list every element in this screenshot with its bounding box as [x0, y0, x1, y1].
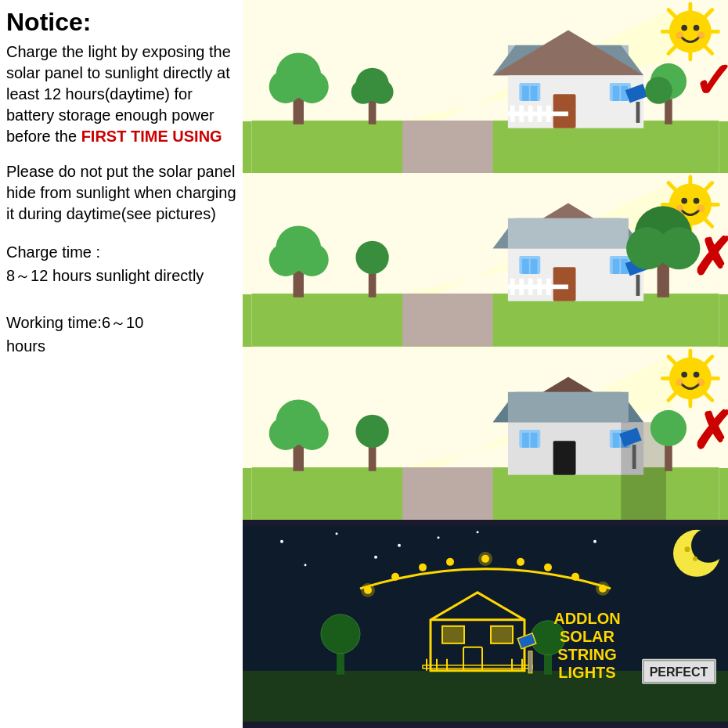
- svg-text:✗: ✗: [691, 402, 728, 460]
- svg-point-107: [669, 357, 712, 399]
- svg-text:✗: ✗: [691, 229, 728, 286]
- svg-rect-39: [528, 106, 533, 122]
- svg-point-142: [374, 556, 377, 559]
- svg-text:ADDLON: ADDLON: [553, 610, 621, 627]
- right-panel: ✓: [243, 0, 728, 728]
- svg-point-150: [391, 573, 399, 581]
- svg-point-46: [645, 77, 672, 104]
- svg-point-173: [321, 614, 360, 654]
- svg-point-68: [295, 243, 328, 276]
- svg-point-61: [681, 198, 687, 204]
- svg-point-109: [694, 372, 700, 378]
- svg-point-108: [681, 372, 687, 378]
- svg-rect-176: [528, 651, 532, 673]
- svg-rect-87: [546, 279, 551, 295]
- left-panel: Notice: Charge the light by exposing the…: [0, 0, 243, 728]
- charge-section: Charge time : 8～12 hours sunlight direct…: [6, 240, 236, 358]
- charge-title: Charge time :: [6, 243, 100, 261]
- svg-point-160: [596, 582, 610, 596]
- svg-text:STRING: STRING: [557, 646, 617, 663]
- svg-rect-42: [636, 102, 640, 123]
- svg-rect-83: [510, 279, 515, 295]
- svg-point-62: [694, 198, 700, 204]
- svg-rect-163: [442, 626, 464, 643]
- svg-text:✓: ✓: [693, 53, 728, 108]
- svg-point-139: [398, 544, 401, 547]
- svg-point-12: [669, 10, 712, 52]
- svg-point-159: [478, 552, 492, 566]
- hours-label: hours: [6, 337, 45, 355]
- svg-marker-74: [508, 218, 629, 249]
- svg-point-70: [355, 241, 388, 274]
- svg-rect-34: [613, 86, 620, 101]
- svg-point-143: [438, 537, 440, 539]
- svg-point-154: [517, 558, 524, 566]
- svg-point-110: [676, 378, 684, 386]
- charge-time: 8～12 hours sunlight directly: [6, 267, 204, 284]
- svg-point-64: [697, 205, 705, 213]
- svg-rect-77: [522, 259, 529, 274]
- svg-rect-85: [528, 279, 533, 295]
- svg-marker-121: [508, 392, 629, 423]
- svg-rect-78: [531, 259, 538, 274]
- svg-rect-164: [491, 626, 513, 643]
- svg-rect-124: [522, 433, 529, 448]
- notice-paragraph-1: Charge the light by exposing the solar p…: [6, 41, 236, 147]
- svg-point-141: [305, 564, 307, 567]
- working-time: 6～10: [102, 314, 143, 331]
- first-time-highlight: FIRST TIME USING: [81, 128, 222, 145]
- svg-point-137: [280, 540, 283, 543]
- svg-rect-38: [519, 106, 524, 122]
- svg-text:SOLAR: SOLAR: [560, 628, 615, 645]
- svg-point-140: [477, 532, 479, 534]
- svg-rect-41: [546, 106, 551, 122]
- svg-rect-84: [519, 279, 524, 295]
- svg-point-147: [685, 547, 690, 553]
- svg-text:LIGHTS: LIGHTS: [558, 664, 615, 681]
- scene-4: ADDLON SOLAR STRING LIGHTS PERFECT: [243, 520, 728, 728]
- svg-point-16: [697, 31, 705, 39]
- svg-point-151: [419, 564, 427, 571]
- svg-rect-125: [531, 433, 538, 448]
- svg-point-133: [651, 410, 687, 446]
- svg-rect-32: [531, 86, 538, 101]
- svg-rect-127: [613, 433, 620, 448]
- svg-point-15: [676, 31, 684, 39]
- scene-2: ✗: [243, 173, 728, 346]
- svg-point-156: [571, 573, 579, 581]
- svg-point-14: [694, 25, 700, 31]
- svg-rect-122: [553, 441, 576, 474]
- svg-rect-31: [522, 86, 529, 101]
- scene-3: ✗: [243, 347, 728, 520]
- svg-point-155: [544, 564, 552, 571]
- svg-point-20: [295, 70, 328, 103]
- svg-rect-130: [632, 445, 636, 469]
- svg-rect-88: [636, 275, 640, 296]
- svg-rect-37: [510, 106, 515, 122]
- svg-point-111: [697, 378, 705, 386]
- notice-title: Notice:: [6, 8, 236, 37]
- svg-rect-2: [402, 121, 493, 173]
- svg-point-148: [693, 557, 697, 561]
- svg-rect-29: [553, 94, 576, 128]
- svg-text:PERFECT: PERFECT: [650, 665, 708, 679]
- svg-rect-40: [537, 106, 542, 122]
- svg-point-115: [295, 416, 328, 449]
- svg-point-13: [681, 25, 687, 31]
- svg-rect-50: [402, 294, 493, 346]
- svg-point-117: [355, 414, 388, 447]
- svg-point-144: [593, 540, 596, 543]
- svg-rect-80: [613, 259, 620, 274]
- svg-point-158: [361, 583, 375, 597]
- svg-point-152: [446, 558, 454, 566]
- svg-rect-86: [537, 279, 542, 295]
- svg-rect-75: [553, 268, 576, 301]
- scene-1: ✓: [243, 0, 728, 173]
- notice-paragraph-2: Please do not put the solar panel hide f…: [6, 161, 236, 225]
- svg-point-138: [336, 533, 338, 535]
- svg-rect-97: [402, 467, 493, 520]
- working-title: Working time:: [6, 314, 102, 331]
- svg-point-24: [369, 80, 394, 104]
